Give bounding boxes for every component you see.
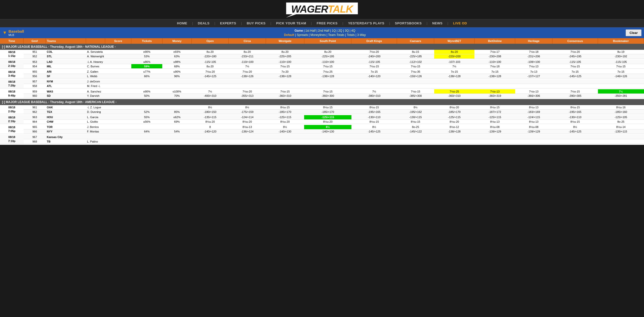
westgate-2: -225/+205 — [266, 54, 304, 59]
game-num-2: 968 — [24, 139, 46, 144]
bookmaker-1: 8½u-14 — [598, 125, 644, 129]
nav-sportsbooks[interactable]: SPORTSBOOKS — [391, 21, 426, 25]
first-half-link[interactable]: 1st Half — [305, 29, 316, 32]
nav-live-odds[interactable]: LIVE OD — [449, 21, 471, 25]
consensus-2: 7½u-15 — [552, 64, 598, 69]
wynnbet-2: -138/+128 — [434, 74, 475, 78]
draftkings-1: 8½u-15 — [351, 105, 397, 109]
draftkings-1 — [351, 135, 397, 139]
filter-options: Game | 1st Half | 2nd Half | 1Q | 2Q | 3… — [24, 29, 626, 37]
wynnbet-2 — [434, 84, 475, 88]
team-pitcher-2: L. Giolito — [86, 119, 105, 124]
open-1 — [191, 135, 229, 139]
col-heritage: Heritage — [515, 38, 552, 44]
spreads-link[interactable]: Spreads — [297, 33, 308, 37]
heritage-2: 7½u-13 — [515, 64, 552, 69]
heritage-1: 7½o-13 — [515, 89, 552, 94]
open-1: -135/+115 — [191, 115, 229, 119]
betonline-1: 8½u-15 — [474, 105, 515, 109]
table-row: 964CHWL. Giolitou56%69%8½u-208½u-208½u-2… — [0, 119, 644, 124]
money-1: o93% — [162, 50, 191, 54]
heritage-2: -137/+127 — [515, 74, 552, 78]
westgate-2: 8½u-20 — [266, 119, 304, 124]
team-abbr-2: SD — [46, 94, 86, 98]
heritage-1: 7o-13 — [515, 70, 552, 74]
wynnbet-2: -220/+200 — [434, 54, 475, 59]
open-2: -145/+125 — [191, 74, 229, 78]
totals-link[interactable]: Totals — [347, 33, 355, 37]
score-1 — [105, 60, 131, 64]
betonline-2 — [474, 84, 515, 88]
southpoint-2 — [304, 84, 351, 88]
team-pitcher-2: D. Dunning — [86, 110, 105, 114]
score-2 — [105, 129, 131, 134]
game-num-2: 962 — [24, 110, 46, 114]
game-datetime: 08/18 2:10p — [0, 115, 24, 124]
team-pitcher-2: L. Webb — [86, 74, 105, 78]
wynnbet-2: -360/+310 — [434, 94, 475, 98]
moneylines-link[interactable]: Moneylines — [310, 33, 326, 37]
q3-link[interactable]: 3Q — [345, 29, 349, 32]
collapse-arrow[interactable]: ▼ — [3, 30, 7, 35]
score-1 — [105, 70, 131, 74]
nav-buy-picks[interactable]: BUY PICKS — [243, 21, 270, 25]
nav-home[interactable]: HOME — [173, 21, 191, 25]
betonline-1: 8½u-08 — [474, 125, 515, 129]
site-logo[interactable]: WAGERTALK — [286, 3, 358, 18]
score-2 — [105, 139, 131, 144]
q2-link[interactable]: 2Q — [338, 29, 342, 32]
score-1 — [105, 50, 131, 54]
money-2: 96% — [162, 74, 191, 78]
tickets-1: u86% — [131, 60, 163, 64]
circa-2 — [229, 84, 266, 88]
westgate-1: 7o-20 — [266, 70, 304, 74]
team-pitcher-1: Z. Gallen — [86, 70, 105, 74]
consensus-1: 7½o-20 — [552, 50, 598, 54]
open-2: -140/+120 — [191, 129, 229, 134]
score-2 — [105, 74, 131, 78]
nav-pick-your-team[interactable]: PICK YOUR TEAM — [272, 21, 310, 25]
tickets-1 — [131, 135, 163, 139]
circa-1 — [229, 135, 266, 139]
nav-deals[interactable]: DEALS — [194, 21, 214, 25]
clear-button[interactable]: Clear — [626, 29, 641, 36]
game-num-1: 959 — [24, 89, 46, 94]
draftkings-2: 8½u-15 — [351, 119, 397, 124]
table-row: 08/18 1:15p951COLA. Senzatelao90%o93%8u-… — [0, 50, 644, 54]
team-abbr-1: NYM — [46, 79, 86, 84]
q4-link[interactable]: 4Q — [351, 29, 355, 32]
team-pitcher-1: J. Berrios — [86, 125, 105, 129]
col-time: Time — [0, 38, 24, 44]
nav-yesterdays-plays[interactable]: YESTERDAY'S PLAYS — [344, 21, 388, 25]
consensus-2: -245/+195 — [552, 54, 598, 59]
three-way-link[interactable]: 3-Way — [357, 33, 366, 37]
game-datetime: 08/18 3:45p — [0, 70, 24, 78]
caesars-1: 8o-25 — [397, 125, 434, 129]
team-pitcher-1: -L Z. Logue — [86, 105, 105, 109]
team-totals-link[interactable]: Team-Totals — [328, 33, 344, 37]
col-circa: Circa — [229, 38, 266, 44]
consensus-1: 8½u-15 — [552, 105, 598, 109]
game-num-1: 957 — [24, 79, 46, 84]
tickets-1: o90% — [131, 89, 163, 94]
second-half-link[interactable]: 2nd Half — [318, 29, 329, 32]
nav-free-picks[interactable]: FREE PICKS — [313, 21, 342, 25]
q1-link[interactable]: 1Q — [332, 29, 336, 32]
table-header-row: Time Gm# Teams Score Tickets Money Open … — [0, 38, 644, 44]
wynnbet-2: 7½ — [434, 64, 475, 69]
betonline-1 — [474, 79, 515, 84]
money-1 — [162, 125, 191, 129]
nav-news[interactable]: NEWS — [428, 21, 447, 25]
money-1 — [162, 79, 191, 84]
team-pitcher-2: Y. Darvish — [86, 94, 105, 98]
nav-experts[interactable]: EXPERTS — [216, 21, 240, 25]
southpoint-2: -140/+130 — [304, 129, 351, 134]
consensus-2: -390/+305 — [552, 94, 598, 98]
game-num-2: 954 — [24, 64, 46, 69]
tickets-2: 53% — [131, 54, 163, 59]
westgate-2: -138/+128 — [266, 74, 304, 78]
open-1: 8½ — [191, 105, 229, 109]
money-1: u98% — [162, 60, 191, 64]
betonline-2: 8½u-13 — [474, 119, 515, 124]
tickets-1 — [131, 79, 163, 84]
